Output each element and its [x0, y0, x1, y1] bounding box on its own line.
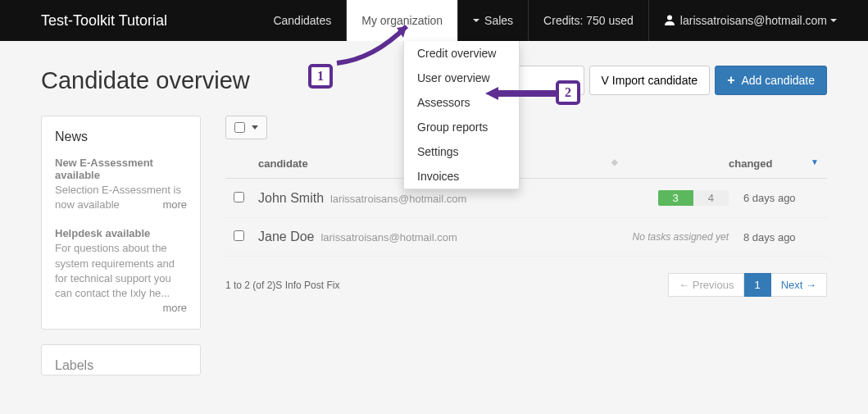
top-navbar: Test-Toolkit Tutorial Candidates My orga…	[0, 0, 868, 41]
dropdown-user-overview[interactable]: User overview	[404, 66, 519, 90]
news-panel: News New E-Assessment available Selectio…	[41, 116, 201, 330]
table-header: candidate ◆ changed ▼	[225, 149, 827, 179]
navbar-items: Candidates My organization Sales Credits…	[258, 0, 852, 41]
sort-desc-icon: ▼	[811, 157, 819, 166]
user-email-label: larissatroisans@hotmail.com	[680, 14, 827, 27]
callout-number: 1	[308, 64, 333, 89]
status-cell: 3 4	[618, 190, 729, 206]
news-body: For questions about the system requireme…	[55, 241, 187, 301]
changed-cell: 8 days ago	[729, 231, 819, 243]
news-more-link[interactable]: more	[162, 301, 187, 316]
brand-title: Test-Toolkit Tutorial	[41, 12, 167, 30]
chevron-down-icon	[252, 125, 258, 130]
labels-panel: Labels	[41, 344, 201, 375]
row-select-checkbox[interactable]	[234, 230, 244, 241]
table-row: Jane Doe larissatroisans@hotmail.com No …	[225, 218, 827, 257]
dropdown-group-reports[interactable]: Group reports	[404, 115, 519, 139]
nav-user-menu[interactable]: larissatroisans@hotmail.com	[649, 0, 852, 41]
annotation-callout-2: 2	[556, 80, 580, 105]
next-page-button[interactable]: Next →	[771, 273, 827, 297]
import-candidate-button[interactable]: V Import candidate	[589, 66, 711, 95]
dropdown-invoices[interactable]: Invoices	[404, 164, 519, 189]
labels-panel-title: Labels	[55, 358, 187, 373]
status-cell: No tasks assigned yet	[618, 231, 729, 243]
add-candidate-button[interactable]: + Add candidate	[715, 66, 827, 95]
candidate-cell[interactable]: Jane Doe larissatroisans@hotmail.com	[258, 230, 618, 244]
svg-point-0	[667, 15, 672, 20]
nav-my-organization[interactable]: My organization	[347, 0, 457, 41]
pagination-info: 1 to 2 (of 2)S Info Post Fix	[225, 280, 339, 291]
news-item: New E-Assessment available Selection E-A…	[55, 157, 187, 212]
my-organization-dropdown: Credit overview User overview Assessors …	[403, 41, 520, 189]
callout-number: 2	[556, 80, 580, 105]
candidates-table: candidate ◆ changed ▼ John Smith	[225, 149, 827, 297]
col-header-changed[interactable]: changed ▼	[729, 157, 819, 170]
pagination: ← Previous 1 Next →	[668, 273, 827, 297]
nav-sales-label: Sales	[484, 14, 513, 27]
news-panel-title: News	[55, 130, 187, 144]
candidate-name: Jane Doe	[258, 230, 315, 243]
nav-credits[interactable]: Credits: 750 used	[529, 0, 648, 41]
bulk-select-checkbox[interactable]	[234, 122, 245, 133]
status-pills: 3 4	[658, 190, 729, 206]
status-pending-count: 4	[693, 190, 729, 206]
candidate-email: larissatroisans@hotmail.com	[330, 193, 466, 205]
status-done-count: 3	[658, 190, 693, 206]
candidate-name: John Smith	[258, 191, 324, 205]
candidate-email: larissatroisans@hotmail.com	[320, 231, 457, 243]
chevron-down-icon	[473, 19, 479, 22]
nav-candidates[interactable]: Candidates	[258, 0, 346, 41]
header-actions: V Import candidate + Add candidate	[486, 66, 827, 95]
page-number-button[interactable]: 1	[744, 273, 770, 297]
col-header-status	[618, 157, 729, 170]
dropdown-credit-overview[interactable]: Credit overview	[404, 41, 519, 66]
news-more-link[interactable]: more	[162, 198, 187, 212]
plus-icon: +	[727, 73, 734, 88]
bulk-action-dropdown[interactable]	[225, 116, 267, 139]
table-row: John Smith larissatroisans@hotmail.com 3…	[225, 179, 827, 218]
news-heading: New E-Assessment available	[55, 157, 187, 181]
dropdown-assessors[interactable]: Assessors	[404, 90, 519, 115]
annotation-callout-1: 1	[308, 64, 333, 89]
sort-icon: ◆	[611, 157, 618, 166]
dropdown-settings[interactable]: Settings	[404, 139, 519, 164]
nav-sales[interactable]: Sales	[458, 0, 528, 41]
changed-cell: 6 days ago	[729, 192, 819, 204]
news-heading: Helpdesk available	[55, 227, 187, 239]
row-checkbox-cell	[234, 230, 258, 243]
row-checkbox-cell	[234, 192, 258, 205]
row-select-checkbox[interactable]	[234, 192, 244, 202]
add-candidate-label: Add candidate	[741, 74, 815, 87]
chevron-down-icon	[830, 19, 837, 22]
user-icon	[664, 14, 675, 28]
news-body: Selection E-Assessment is now available …	[55, 183, 187, 212]
table-footer: 1 to 2 (of 2)S Info Post Fix ← Previous …	[225, 273, 827, 297]
candidate-cell[interactable]: John Smith larissatroisans@hotmail.com	[258, 191, 618, 206]
main-area: candidate ◆ changed ▼ John Smith	[225, 116, 827, 390]
news-item: Helpdesk available For questions about t…	[55, 227, 187, 301]
prev-page-button[interactable]: ← Previous	[668, 273, 744, 297]
sidebar: News New E-Assessment available Selectio…	[41, 116, 201, 390]
